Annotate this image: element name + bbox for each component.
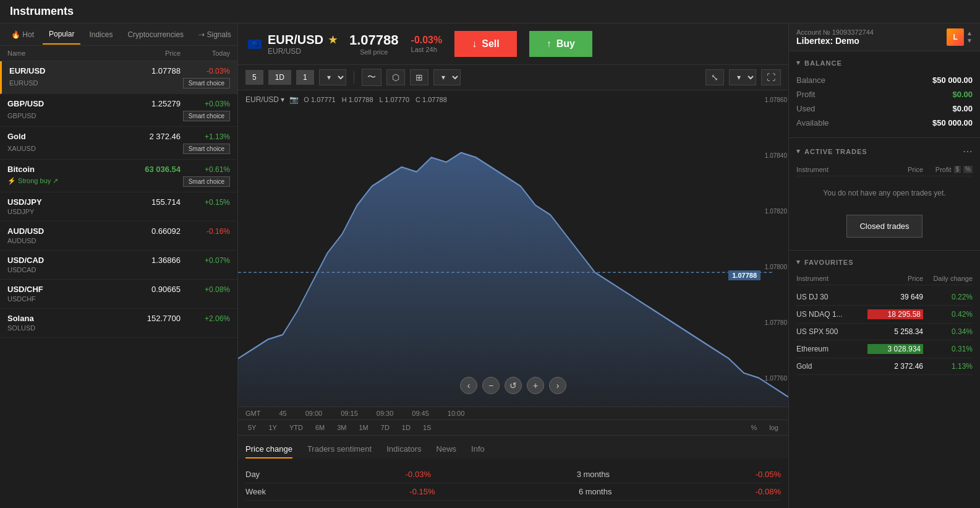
fav-columns: Instrument Price Daily change (796, 272, 973, 285)
instrument-row-usdcad[interactable]: USD/CAD 1.36866 +0.07% USDCAD (0, 251, 237, 280)
fav-ndaq-price: 18 295.58 (867, 309, 923, 319)
col-name: Name (7, 50, 119, 57)
fav-gold-change: 1.13% (923, 362, 973, 371)
instrument-row-usdjpy[interactable]: USD/JPY 155.714 +0.15% USDJPY (0, 192, 237, 222)
ohlc-h: H 1.07788 (342, 96, 373, 103)
instrument-row-gold[interactable]: Gold 2 372.46 +1.13% XAUUSD Smart choice (0, 127, 237, 160)
tab-hot[interactable]: 🔥 Hot (5, 25, 40, 44)
chart-nav-right[interactable]: › (549, 377, 566, 394)
period-ytd[interactable]: YTD (287, 423, 305, 433)
period-select[interactable]: ▾ (319, 69, 346, 85)
right-select[interactable]: ▾ (729, 69, 756, 85)
tab-popular[interactable]: Popular (43, 25, 80, 45)
period-5y[interactable]: 5Y (245, 423, 258, 433)
instrument-row-solana[interactable]: Solana 152.7700 +2.06% SOLUSD (0, 309, 237, 338)
app-header: Instruments (0, 0, 980, 24)
balance-chevron[interactable]: ▾ (796, 59, 801, 67)
fav-row-ethereum[interactable]: Ethereum 3 028.934 0.31% (796, 340, 973, 358)
usdchf-ticker: USDCHF (7, 295, 36, 303)
line-chart-btn[interactable]: 〜 (362, 69, 381, 86)
period-7d[interactable]: 7D (378, 423, 392, 433)
instrument-row-gbpusd[interactable]: GBP/USD 1.25279 +0.03% GBPUSD Smart choi… (0, 94, 237, 127)
period-3m[interactable]: 3M (334, 423, 349, 433)
sell-button[interactable]: ↓ Sell (454, 31, 516, 57)
fav-row-usdj30[interactable]: US DJ 30 39 649 0.22% (796, 289, 973, 306)
solana-price: 152.7700 (113, 314, 181, 323)
instrument-row-usdchf[interactable]: USD/CHF 0.90665 +0.08% USDCHF (0, 280, 237, 309)
account-arrows[interactable]: ▲ ▼ (966, 30, 973, 44)
chart-nav-minus[interactable]: − (482, 377, 500, 394)
bottom-content: Day -0.03% 3 months -0.05% Week -0.15% 6… (238, 458, 788, 508)
time-label-45: 45 (279, 410, 286, 417)
chart-price-block: 1.07788 Sell price (349, 32, 399, 56)
chart-nav-left[interactable]: ‹ (460, 377, 477, 394)
balance-label: Balance (796, 75, 825, 85)
chart-screenshot-icon: 📷 (289, 95, 299, 104)
fav-row-gold[interactable]: Gold 2 372.46 1.13% (796, 358, 973, 375)
profit-pct-toggle[interactable]: % (963, 166, 973, 173)
price-level-3: 1.07820 (765, 208, 787, 215)
diagonal-arrow-btn[interactable]: ⤡ (705, 69, 724, 85)
tab-traders-sentiment[interactable]: Traders sentiment (307, 441, 372, 458)
usdchf-change: +0.08% (181, 285, 230, 294)
account-arrow-down[interactable]: ▼ (966, 38, 973, 44)
tab-signals[interactable]: ⇢ Signals (192, 25, 237, 44)
chart-ohlc-overlay: EUR/USD ▾ 📷 O 1.07771 H 1.07788 L 1.0777… (245, 95, 447, 104)
main-layout: 🔥 Hot Popular Indices Cryptocurrencies ⇢… (0, 24, 980, 508)
no-trades-message: You do not have any open trades yet. (796, 176, 973, 210)
candle-chart-btn[interactable]: ⊞ (410, 69, 428, 85)
tab-crypto[interactable]: Cryptocurrencies (121, 25, 190, 44)
bottom-tabs: Price change Traders sentiment Indicator… (238, 435, 788, 458)
bitcoin-smart-choice-btn[interactable]: Smart choice (183, 176, 230, 187)
time-label-0930: 09:30 (377, 410, 394, 417)
tab-indicators[interactable]: Indicators (386, 441, 421, 458)
tab-news[interactable]: News (437, 441, 457, 458)
period-1d[interactable]: 1D (399, 423, 413, 433)
instrument-row-bitcoin[interactable]: Bitcoin 63 036.54 +0.61% ⚡ Strong buy ↗ … (0, 160, 237, 192)
buy-button[interactable]: ↑ Buy (529, 31, 592, 57)
period-1y[interactable]: 1Y (266, 423, 279, 433)
fav-spx500-price: 5 258.34 (867, 327, 923, 336)
fav-ethereum-change: 0.31% (923, 345, 973, 353)
account-arrow-up[interactable]: ▲ (966, 30, 973, 37)
tab-info[interactable]: Info (471, 441, 485, 458)
period-1m[interactable]: 1M (357, 423, 371, 433)
center-panel: 🇪🇺 EUR/USD ★ EUR/USD 1.07788 Sell price … (238, 24, 788, 508)
eurusd-name: EUR/USD (9, 66, 113, 75)
pc-week-value: -0.15% (409, 487, 435, 496)
profit-dollar-toggle[interactable]: $ (954, 166, 961, 173)
period-pct[interactable]: % (749, 423, 760, 433)
used-value: $0.00 (952, 104, 973, 113)
period-6m[interactable]: 6M (313, 423, 327, 433)
gold-smart-choice-btn[interactable]: Smart choice (183, 144, 230, 154)
active-trades-chevron[interactable]: ▾ (796, 147, 801, 155)
period-1s[interactable]: 1S (420, 423, 433, 433)
area-chart-btn[interactable]: ⬡ (386, 69, 405, 85)
trades-col-instrument: Instrument (796, 166, 874, 173)
chart-nav-reset[interactable]: ↺ (505, 377, 522, 394)
fullscreen-btn[interactable]: ⛶ (761, 69, 781, 85)
usdcad-ticker: USDCAD (7, 266, 36, 273)
account-number: Account № 19093372744 (796, 28, 874, 36)
chart-nav-plus[interactable]: + (527, 377, 544, 394)
tab-indices[interactable]: Indices (83, 25, 119, 44)
favourites-chevron[interactable]: ▾ (796, 258, 801, 266)
period-1d-btn[interactable]: 1D (268, 70, 291, 85)
eurusd-smart-choice-btn[interactable]: Smart choice (183, 78, 230, 88)
fav-row-ndaq[interactable]: US NDAQ 1... 18 295.58 0.42% (796, 306, 973, 324)
fav-row-spx500[interactable]: US SPX 500 5 258.34 0.34% (796, 324, 973, 340)
instrument-row-eurusd[interactable]: EUR/USD 1.07788 -0.03% EURUSD Smart choi… (0, 61, 237, 94)
period-5-btn[interactable]: 5 (245, 70, 263, 85)
eurusd-change: -0.03% (181, 67, 230, 75)
gbpusd-smart-choice-btn[interactable]: Smart choice (183, 111, 230, 121)
tab-price-change[interactable]: Price change (245, 441, 292, 458)
chart-ohlc: O 1.07771 H 1.07788 L 1.07770 C 1.07788 (304, 96, 446, 103)
chart-type-select[interactable]: ▾ (433, 69, 461, 85)
instrument-row-audusd[interactable]: AUD/USD 0.66092 -0.16% AUDUSD (0, 222, 237, 251)
period-1-btn[interactable]: 1 (296, 70, 314, 85)
closed-trades-button[interactable]: Closed trades (846, 215, 922, 238)
star-icon[interactable]: ★ (328, 34, 337, 46)
active-trades-menu[interactable]: ⋯ (963, 145, 973, 157)
app-title: Instruments (10, 5, 74, 17)
period-log[interactable]: log (767, 423, 781, 433)
